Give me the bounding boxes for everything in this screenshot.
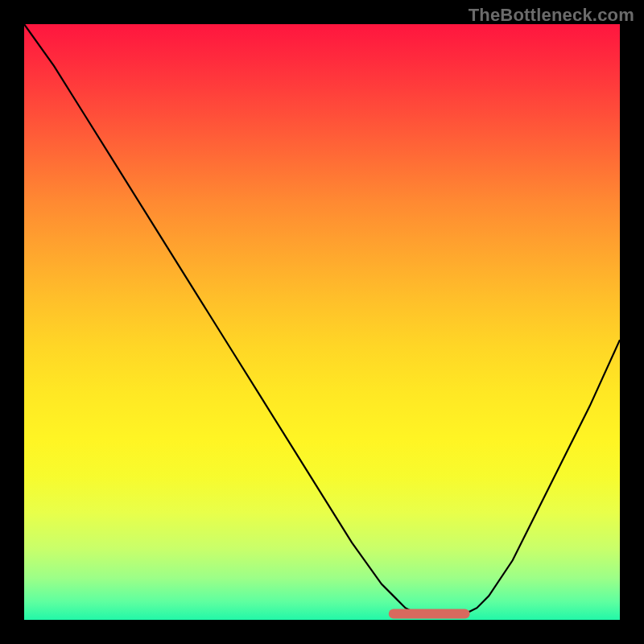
watermark-text: TheBottleneck.com: [469, 5, 634, 26]
chart-frame: TheBottleneck.com: [0, 0, 644, 644]
plot-area: [24, 24, 620, 620]
bottleneck-curve: [24, 24, 620, 617]
curve-overlay: [24, 24, 620, 620]
